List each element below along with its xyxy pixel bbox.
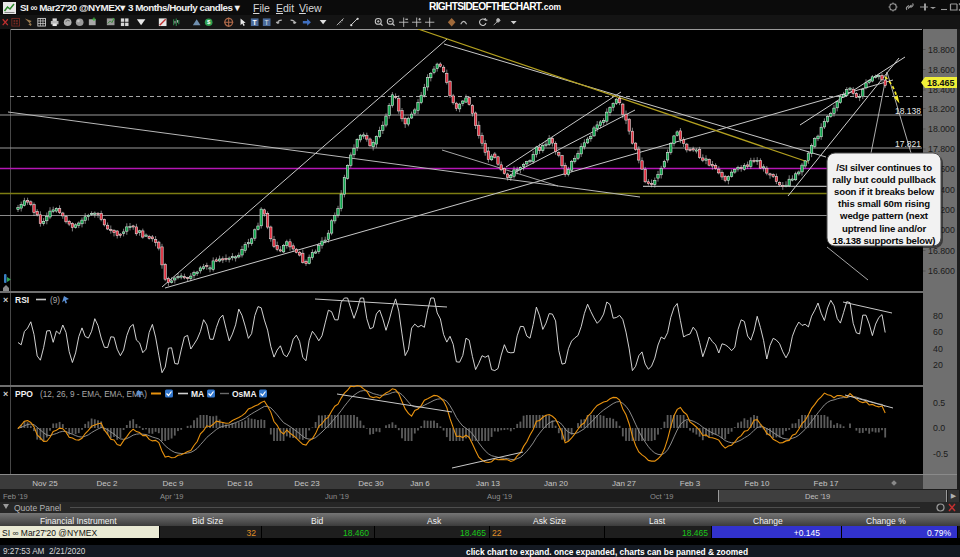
svg-text:60: 60 [933, 327, 943, 337]
svg-text:Feb 10: Feb 10 [745, 479, 770, 488]
svg-text:18.200: 18.200 [928, 104, 955, 114]
svg-text:/SI silver continues to: /SI silver continues to [836, 162, 932, 173]
svg-text:0.0: 0.0 [933, 423, 945, 433]
svg-text:18.138 supports below): 18.138 supports below) [833, 235, 936, 246]
svg-text:Dec 2: Dec 2 [97, 479, 118, 488]
svg-text:18.800: 18.800 [928, 45, 955, 55]
svg-text:rally but could pullback: rally but could pullback [832, 174, 936, 185]
svg-text:16.600: 16.600 [928, 266, 955, 276]
svg-text:(12, 26, 9 - EMA, EMA, EMA): (12, 26, 9 - EMA, EMA, EMA) [40, 390, 147, 399]
svg-text:0.5: 0.5 [933, 398, 945, 408]
svg-text:Dec 30: Dec 30 [358, 479, 384, 488]
svg-text:(9): (9) [50, 296, 60, 305]
svg-text:Jan 13: Jan 13 [476, 479, 501, 488]
svg-text:Jan 27: Jan 27 [612, 479, 637, 488]
svg-text:40: 40 [933, 344, 943, 354]
svg-text:18.600: 18.600 [928, 65, 955, 75]
svg-text:17.821: 17.821 [895, 139, 921, 149]
svg-text:18.138: 18.138 [895, 106, 921, 116]
svg-text:Jan 6: Jan 6 [410, 479, 430, 488]
svg-text:RSI: RSI [15, 295, 29, 305]
svg-text:Nov 25: Nov 25 [32, 479, 58, 488]
svg-text:×: × [3, 389, 8, 399]
svg-text:PPO: PPO [15, 389, 33, 399]
svg-text:Feb 3: Feb 3 [680, 479, 701, 488]
svg-text:Dec 23: Dec 23 [294, 479, 320, 488]
svg-text:×: × [3, 295, 8, 305]
svg-text:20: 20 [933, 360, 943, 370]
svg-text:18.465: 18.465 [927, 78, 955, 88]
svg-text:Dec 16: Dec 16 [227, 479, 253, 488]
svg-text:OsMA: OsMA [232, 389, 257, 399]
svg-text:-0.5: -0.5 [933, 449, 948, 459]
svg-text:80: 80 [933, 311, 943, 321]
svg-text:18.000: 18.000 [928, 124, 955, 134]
svg-text:soon if it breaks below: soon if it breaks below [834, 186, 935, 197]
svg-text:uptrend line and/or: uptrend line and/or [842, 223, 926, 234]
svg-text:Jan 20: Jan 20 [544, 479, 569, 488]
svg-text:T: T [265, 19, 269, 26]
svg-text:Feb 17: Feb 17 [814, 479, 839, 488]
svg-text:wedge pattern (next: wedge pattern (next [839, 210, 929, 221]
svg-text:this small 60m rising: this small 60m rising [838, 198, 930, 209]
svg-text:MA: MA [191, 389, 204, 399]
svg-text:Dec 9: Dec 9 [163, 479, 184, 488]
